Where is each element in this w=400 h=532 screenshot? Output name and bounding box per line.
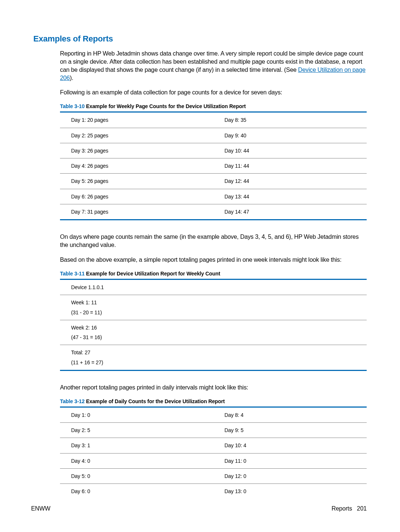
cell-left: Day 6: 0	[60, 484, 213, 499]
cell-left: Day 5: 0	[60, 469, 213, 484]
cell-left: Day 2: 25 pages	[60, 128, 213, 143]
footer-left: ENWW	[31, 505, 50, 512]
table-row: Day 3: 26 pagesDay 10: 44	[60, 143, 367, 158]
cell-right: Day 8: 35	[213, 113, 367, 128]
cell-right: Day 8: 4	[213, 408, 367, 423]
footer-right: Reports 201	[331, 505, 367, 512]
paragraph-intro: Reporting in HP Web Jetadmin shows data …	[33, 50, 367, 82]
cell-main: Week 1: 11	[71, 300, 97, 305]
cell-right: Day 12: 44	[213, 174, 367, 189]
cell-left: Day 6: 26 pages	[60, 189, 213, 204]
paragraph-example-lead: Following is an example of data collecti…	[33, 88, 367, 97]
table-row: Week 1: 11(31 - 20 = 11)	[60, 295, 367, 320]
table-3-10-bottom-rule	[60, 219, 367, 220]
cell-right: Day 11: 44	[213, 158, 367, 174]
cell-main: Device 1.1.0.1	[71, 284, 104, 290]
table-row: Week 2: 16(47 - 31 = 16)	[60, 320, 367, 345]
table-3-11-caption: Table 3-11 Example for Device Utilizatio…	[60, 271, 367, 277]
cell: Device 1.1.0.1	[60, 280, 367, 295]
paragraph-unchanged-value: On days where page counts remain the sam…	[33, 233, 367, 249]
table-3-10-body: Day 1: 20 pagesDay 8: 35 Day 2: 25 pages…	[60, 113, 367, 219]
table-3-12: Day 1: 0Day 8: 4 Day 2: 5Day 9: 5 Day 3:…	[60, 408, 367, 499]
cell-right: Day 14: 47	[213, 204, 367, 220]
table-row: Day 5: 0Day 12: 0	[60, 469, 367, 484]
cell: Total: 27(11 + 16 = 27)	[60, 345, 367, 370]
cell-right: Day 9: 5	[213, 423, 367, 438]
table-3-11-bottom-rule	[60, 370, 367, 371]
table-row: Day 4: 0Day 11: 0	[60, 453, 367, 468]
table-3-10-caption-title: Example for Weekly Page Counts for the D…	[84, 103, 246, 109]
cell-right: Day 13: 44	[213, 189, 367, 204]
cell: Week 2: 16(47 - 31 = 16)	[60, 320, 367, 345]
table-row: Total: 27(11 + 16 = 27)	[60, 345, 367, 370]
table-3-12-caption-title: Example of Daily Counts for the Device U…	[84, 398, 224, 404]
table-row: Day 1: 20 pagesDay 8: 35	[60, 113, 367, 128]
cell-main: Total: 27	[71, 349, 90, 355]
footer-page-number: 201	[357, 505, 367, 512]
cell-sub: (31 - 20 = 11)	[71, 307, 356, 316]
table-row: Day 7: 31 pagesDay 14: 47	[60, 204, 367, 220]
table-3-12-body: Day 1: 0Day 8: 4 Day 2: 5Day 9: 5 Day 3:…	[60, 408, 367, 499]
cell-left: Day 3: 1	[60, 438, 213, 453]
paragraph-intro-text-b: ).	[70, 74, 73, 81]
cell-main: Week 2: 16	[71, 325, 97, 331]
cell-right: Day 13: 0	[213, 484, 367, 499]
section-heading: Examples of Reports	[33, 34, 367, 44]
paragraph-weekly-lead: Based on the above example, a simple rep…	[33, 256, 367, 264]
table-3-10: Day 1: 20 pagesDay 8: 35 Day 2: 25 pages…	[60, 113, 367, 219]
cell-right: Day 10: 44	[213, 143, 367, 158]
table-row: Day 2: 5Day 9: 5	[60, 423, 367, 438]
table-row: Device 1.1.0.1	[60, 280, 367, 295]
table-row: Day 5: 26 pagesDay 12: 44	[60, 174, 367, 189]
table-3-12-caption: Table 3-12 Example of Daily Counts for t…	[60, 398, 367, 404]
paragraph-daily-lead: Another report totaling pages printed in…	[33, 384, 367, 392]
cell-sub: (47 - 31 = 16)	[71, 331, 356, 341]
cell-left: Day 2: 5	[60, 423, 213, 438]
cell-sub: (11 + 16 = 27)	[71, 357, 356, 366]
table-row: Day 2: 25 pagesDay 9: 40	[60, 128, 367, 143]
table-3-11: Device 1.1.0.1 Week 1: 11(31 - 20 = 11) …	[60, 280, 367, 370]
cell-right: Day 12: 0	[213, 469, 367, 484]
table-row: Day 6: 26 pagesDay 13: 44	[60, 189, 367, 204]
cell-left: Day 1: 20 pages	[60, 113, 213, 128]
cell-left: Day 3: 26 pages	[60, 143, 213, 158]
table-row: Day 1: 0Day 8: 4	[60, 408, 367, 423]
table-3-10-caption-prefix: Table 3-10	[60, 103, 84, 109]
table-3-10-caption: Table 3-10 Example for Weekly Page Count…	[60, 103, 367, 109]
cell-left: Day 1: 0	[60, 408, 213, 423]
cell-right: Day 11: 0	[213, 453, 367, 468]
table-3-12-caption-prefix: Table 3-12	[60, 398, 84, 404]
cell-left: Day 4: 0	[60, 453, 213, 468]
page-container: Examples of Reports Reporting in HP Web …	[0, 0, 400, 532]
table-row: Day 3: 1Day 10: 4	[60, 438, 367, 453]
table-row: Day 4: 26 pagesDay 11: 44	[60, 158, 367, 174]
cell: Week 1: 11(31 - 20 = 11)	[60, 295, 367, 320]
page-footer: ENWW Reports 201	[31, 505, 367, 512]
footer-section-label: Reports	[331, 505, 352, 512]
cell-right: Day 10: 4	[213, 438, 367, 453]
cell-left: Day 7: 31 pages	[60, 204, 213, 220]
table-3-11-caption-title: Example for Device Utilization Report fo…	[84, 271, 220, 277]
table-row: Day 6: 0Day 13: 0	[60, 484, 367, 499]
table-3-11-body: Device 1.1.0.1 Week 1: 11(31 - 20 = 11) …	[60, 280, 367, 370]
cell-right: Day 9: 40	[213, 128, 367, 143]
cell-left: Day 5: 26 pages	[60, 174, 213, 189]
cell-left: Day 4: 26 pages	[60, 158, 213, 174]
table-3-11-caption-prefix: Table 3-11	[60, 271, 84, 277]
